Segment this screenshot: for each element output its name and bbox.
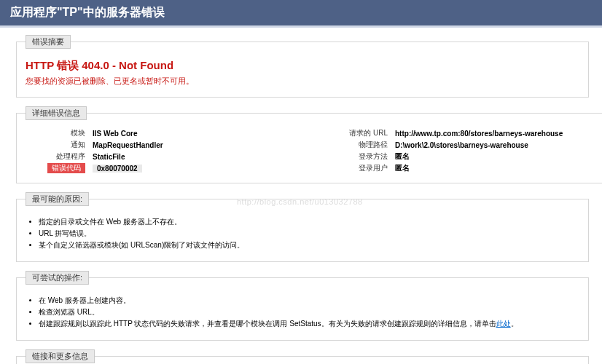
content: 错误摘要 HTTP 错误 404.0 - Not Found 您要找的资源已被删… xyxy=(0,28,602,364)
summary-legend: 错误摘要 xyxy=(26,35,71,49)
module-value: IIS Web Core xyxy=(91,127,299,139)
list-item: 指定的目录或文件在 Web 服务器上不存在。 xyxy=(39,216,579,228)
module-label: 模块 xyxy=(26,127,91,139)
list-item: 某个自定义筛选器或模块(如 URLScan)限制了对该文件的访问。 xyxy=(39,240,579,251)
code-label-cell: 错误代码 xyxy=(26,162,91,174)
path-label: 物理路径 xyxy=(328,139,394,151)
error-subtitle: 您要找的资源已被删除、已更名或暂时不可用。 xyxy=(26,76,579,87)
list-item: 在 Web 服务器上创建内容。 xyxy=(39,295,579,306)
user-label: 登录用户 xyxy=(328,162,394,174)
detail-left-table: 模块 IIS Web Core 通知 MapRequestHandler 处理程… xyxy=(26,127,299,174)
detail-box: 详细错误信息 模块 IIS Web Core 通知 MapRequestHand… xyxy=(16,106,602,183)
handler-value: StaticFile xyxy=(91,151,299,162)
causes-legend: 最可能的原因: xyxy=(26,192,89,206)
method-value: 匿名 xyxy=(394,151,601,162)
code-label: 错误代码 xyxy=(47,163,85,173)
method-label: 登录方法 xyxy=(328,151,394,162)
url-label: 请求的 URL xyxy=(328,127,394,139)
list-item: 检查浏览器 URL。 xyxy=(39,306,579,318)
url-value: http://www.tp.com:80/stores/barneys-ware… xyxy=(394,127,601,139)
links-box: 链接和更多信息 此错误表明文件或目录在服务器上不存在。请创建文件或目录并重新尝试… xyxy=(16,349,589,364)
causes-list: 指定的目录或文件在 Web 服务器上不存在。 URL 拼写错误。 某个自定义筛选… xyxy=(39,216,579,251)
notify-label: 通知 xyxy=(26,139,91,151)
notify-value: MapRequestHandler xyxy=(91,139,299,151)
causes-box: 最可能的原因: 指定的目录或文件在 Web 服务器上不存在。 URL 拼写错误。… xyxy=(16,192,589,262)
try-item3-post: 。 xyxy=(511,320,518,328)
error-title: HTTP 错误 404.0 - Not Found xyxy=(26,59,579,73)
path-value: D:\work\2.0\stores\barneys-warehouse xyxy=(394,139,601,151)
here-link[interactable]: 此处 xyxy=(496,320,511,328)
detail-right-table: 请求的 URL http://www.tp.com:80/stores/barn… xyxy=(328,127,601,174)
page-header: 应用程序"TP"中的服务器错误 xyxy=(0,0,602,28)
list-item: 创建跟踪规则以跟踪此 HTTP 状态代码的失败请求，并查看是哪个模块在调用 Se… xyxy=(39,318,579,330)
error-summary-box: 错误摘要 HTTP 错误 404.0 - Not Found 您要找的资源已被删… xyxy=(16,35,589,98)
page-title: 应用程序"TP"中的服务器错误 xyxy=(10,6,165,18)
user-value: 匿名 xyxy=(394,162,601,174)
try-item3-pre: 创建跟踪规则以跟踪此 HTTP 状态代码的失败请求，并查看是哪个模块在调用 Se… xyxy=(39,320,496,328)
code-value-cell: 0x80070002 xyxy=(91,162,299,174)
code-value: 0x80070002 xyxy=(93,165,142,173)
try-legend: 可尝试的操作: xyxy=(26,271,89,285)
detail-legend: 详细错误信息 xyxy=(26,106,87,120)
try-box: 可尝试的操作: 在 Web 服务器上创建内容。 检查浏览器 URL。 创建跟踪规… xyxy=(16,271,589,341)
try-list: 在 Web 服务器上创建内容。 检查浏览器 URL。 创建跟踪规则以跟踪此 HT… xyxy=(39,295,579,330)
handler-label: 处理程序 xyxy=(26,151,91,162)
list-item: URL 拼写错误。 xyxy=(39,228,579,240)
links-legend: 链接和更多信息 xyxy=(26,349,95,363)
